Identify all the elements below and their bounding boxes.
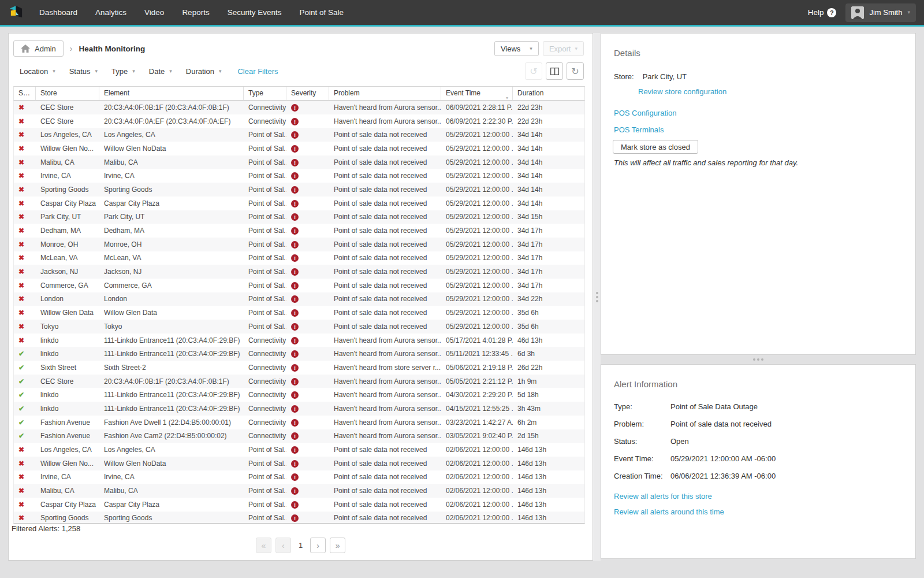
- cell-duration: 146d 13h: [513, 501, 585, 509]
- cell-duration: 34d 22h: [513, 295, 585, 303]
- nav-item-point-of-sale[interactable]: Point of Sale: [299, 8, 344, 17]
- table-row[interactable]: ✖ Jackson, NJ Jackson, NJ Point of Sal..…: [14, 265, 584, 279]
- table-row[interactable]: ✖ linkdo 111-Linkdo Entrance11 (20:C3:A4…: [14, 334, 584, 347]
- table-row[interactable]: ✖ London London Point of Sal... ! Point …: [14, 292, 584, 306]
- table-row[interactable]: ✖ CEC Store 20:C3:A4:0F:0B:1F (20:C3:A4:…: [14, 101, 584, 114]
- col-header-element[interactable]: Element: [99, 87, 244, 100]
- help-button[interactable]: Help ?: [808, 8, 837, 17]
- table-row[interactable]: ✔ linkdo 111-Linkdo Entrance11 (20:C3:A4…: [14, 347, 584, 361]
- status-icon: ✖: [18, 117, 24, 125]
- next-page-button[interactable]: ›: [310, 538, 326, 553]
- table-row[interactable]: ✖ Willow Glen No... Willow Glen NoData P…: [14, 457, 584, 470]
- nav-item-security-events[interactable]: Security Events: [228, 8, 282, 17]
- cell-store: Malibu, CA: [36, 487, 99, 495]
- cell-duration: 34d 17h: [513, 240, 585, 249]
- breadcrumb: Admin › Health Monitoring Views ▾ Export…: [13, 40, 584, 57]
- table-row[interactable]: ✖ Malibu, CA Malibu, CA Point of Sal... …: [14, 484, 584, 498]
- cell-problem: Point of sale data not received: [329, 144, 441, 153]
- review-all-alerts-store-link[interactable]: Review all alerts for this store: [614, 492, 915, 501]
- cell-duration: 22d 23h: [513, 103, 585, 112]
- severity-critical-icon: !: [291, 460, 299, 468]
- table-row[interactable]: ✖ Willow Glen No... Willow Glen NoData P…: [14, 142, 584, 155]
- last-page-button[interactable]: »: [330, 538, 345, 553]
- pos-configuration-link[interactable]: POS Configuration: [614, 109, 915, 117]
- table-row[interactable]: ✔ Fashion Avenue Fashion Ave Cam2 (22:D4…: [14, 429, 584, 443]
- columns-button[interactable]: [546, 62, 563, 80]
- status-icon: ✖: [18, 144, 24, 153]
- filter-type[interactable]: Type ▾: [111, 67, 135, 76]
- table-row[interactable]: ✖ CEC Store 20:C3:A4:0F:0A:EF (20:C3:A4:…: [14, 114, 584, 128]
- col-header-duration[interactable]: Duration: [513, 87, 586, 100]
- breadcrumb-admin-button[interactable]: Admin: [13, 40, 64, 57]
- col-header-event-time[interactable]: Event Time ▾: [441, 87, 513, 100]
- cell-event-time: 03/23/2021 1:42:27 A...: [441, 418, 513, 427]
- col-header-type[interactable]: Type: [244, 87, 286, 100]
- panel-resize-handle-horizontal[interactable]: [601, 355, 916, 364]
- table-row[interactable]: ✔ Fashion Avenue Fashion Ave Dwell 1 (22…: [14, 416, 584, 429]
- col-header-status[interactable]: Sta...: [14, 87, 36, 100]
- table-row[interactable]: ✔ linkdo 111-Linkdo Entrance11 (20:C3:A4…: [14, 402, 584, 416]
- mark-store-as-closed-button[interactable]: Mark store as closed: [613, 140, 698, 154]
- col-header-problem[interactable]: Problem: [329, 87, 441, 100]
- severity-critical-icon: !: [291, 378, 299, 386]
- cell-duration: 35d 6h: [513, 309, 585, 317]
- severity-critical-icon: !: [291, 145, 299, 153]
- filter-status[interactable]: Status ▾: [69, 67, 98, 76]
- table-row[interactable]: ✖ Malibu, CA Malibu, CA Point of Sal... …: [14, 155, 584, 169]
- undo-button[interactable]: ↺: [525, 62, 542, 80]
- cell-type: Point of Sal...: [244, 473, 286, 481]
- filter-bar: Location ▾ Status ▾ Type ▾ Date ▾ Durati…: [13, 62, 584, 80]
- first-page-button[interactable]: «: [256, 538, 271, 553]
- export-dropdown[interactable]: Export ▾: [543, 41, 584, 56]
- table-row[interactable]: ✖ Park City, UT Park City, UT Point of S…: [14, 210, 584, 224]
- table-row[interactable]: ✖ Los Angeles, CA Los Angeles, CA Point …: [14, 443, 584, 457]
- cell-type: Connectivity: [244, 336, 286, 344]
- table-row[interactable]: ✖ Sporting Goods Sporting Goods Point of…: [14, 183, 584, 197]
- table-row[interactable]: ✖ Tokyo Tokyo Point of Sal... ! Point of…: [14, 320, 584, 334]
- table-row[interactable]: ✔ Sixth Street Sixth Street-2 Connectivi…: [14, 361, 584, 375]
- cell-problem: Point of sale data not received: [329, 213, 441, 221]
- cell-problem: Point of sale data not received: [329, 240, 441, 249]
- cell-element: Willow Glen NoData: [99, 144, 244, 153]
- alert-creation-time-label: Creation Time:: [614, 472, 670, 480]
- review-store-configuration-link[interactable]: Review store configuration: [638, 87, 915, 96]
- nav-item-analytics[interactable]: Analytics: [95, 8, 126, 17]
- views-dropdown[interactable]: Views ▾: [494, 41, 539, 56]
- cell-element: Irvine, CA: [99, 473, 244, 481]
- col-header-store[interactable]: Store: [36, 87, 99, 100]
- pos-terminals-link[interactable]: POS Terminals: [614, 125, 915, 134]
- previous-page-button[interactable]: ‹: [275, 538, 291, 553]
- cell-store: Willow Glen No...: [36, 144, 99, 153]
- table-row[interactable]: ✖ Willow Glen Data Willow Glen Data Poin…: [14, 306, 584, 320]
- status-icon: ✖: [18, 473, 24, 481]
- table-row[interactable]: ✖ Caspar City Plaza Caspar City Plaza Po…: [14, 197, 584, 210]
- cell-problem: Point of sale data not received: [329, 227, 441, 235]
- status-icon: ✖: [18, 460, 24, 468]
- nav-item-video[interactable]: Video: [144, 8, 164, 17]
- table-row[interactable]: ✖ Irvine, CA Irvine, CA Point of Sal... …: [14, 169, 584, 183]
- filter-date[interactable]: Date ▾: [149, 67, 172, 76]
- table-row[interactable]: ✖ Commerce, GA Commerce, GA Point of Sal…: [14, 279, 584, 292]
- table-row[interactable]: ✖ Dedham, MA Dedham, MA Point of Sal... …: [14, 224, 584, 238]
- nav-item-reports[interactable]: Reports: [182, 8, 209, 17]
- refresh-button[interactable]: ↻: [567, 62, 584, 80]
- nav-item-dashboard[interactable]: Dashboard: [39, 8, 77, 17]
- table-row[interactable]: ✖ Irvine, CA Irvine, CA Point of Sal... …: [14, 470, 584, 484]
- table-row[interactable]: ✔ linkdo 111-Linkdo Entrance11 (20:C3:A4…: [14, 388, 584, 402]
- table-row[interactable]: ✖ Caspar City Plaza Caspar City Plaza Po…: [14, 498, 584, 512]
- panel-resize-handle-vertical[interactable]: [593, 33, 601, 561]
- table-row[interactable]: ✖ McLean, VA McLean, VA Point of Sal... …: [14, 251, 584, 265]
- clear-filters-link[interactable]: Clear Filters: [237, 67, 278, 76]
- col-header-severity[interactable]: Severity: [286, 87, 329, 100]
- table-row[interactable]: ✔ CEC Store 20:C3:A4:0F:0B:1F (20:C3:A4:…: [14, 375, 584, 388]
- table-row[interactable]: ✖ Sporting Goods Sporting Goods Point of…: [14, 512, 584, 524]
- review-all-alerts-time-link[interactable]: Review all alerts around this time: [614, 507, 915, 516]
- chevron-down-icon: ▾: [219, 69, 222, 74]
- table-row[interactable]: ✖ Los Angeles, CA Los Angeles, CA Point …: [14, 128, 584, 142]
- table-row[interactable]: ✖ Monroe, OH Monroe, OH Point of Sal... …: [14, 238, 584, 251]
- filter-location[interactable]: Location ▾: [20, 67, 55, 76]
- filter-duration[interactable]: Duration ▾: [186, 67, 222, 76]
- user-menu[interactable]: Jim Smith ▾: [845, 3, 916, 22]
- cell-duration: 5d 18h: [513, 391, 585, 399]
- cell-duration: 146d 13h: [513, 487, 585, 495]
